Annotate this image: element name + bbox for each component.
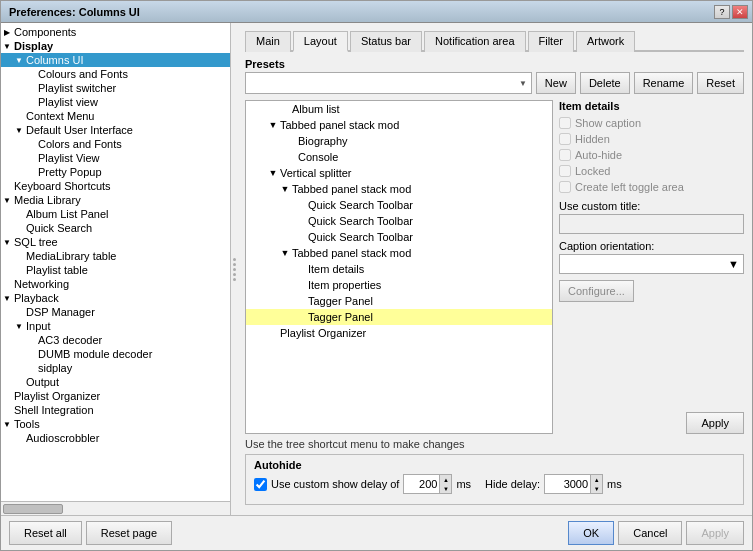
left-tree-item-sidplay[interactable]: sidplay bbox=[1, 361, 230, 375]
layout-item-label: Item details bbox=[308, 263, 364, 275]
left-tree-item-pretty-popup[interactable]: Pretty Popup bbox=[1, 165, 230, 179]
left-tree-item-playlist-view2[interactable]: Playlist View bbox=[1, 151, 230, 165]
tab-notification[interactable]: Notification area bbox=[424, 31, 526, 52]
layout-tree-item-9[interactable]: Quick Search Toolbar bbox=[246, 229, 552, 245]
tab-statusbar[interactable]: Status bar bbox=[350, 31, 422, 52]
left-tree-item-media-library[interactable]: ▼Media Library bbox=[1, 193, 230, 207]
show-caption-row: Show caption bbox=[559, 116, 744, 130]
layout-tree-item-11[interactable]: Item details bbox=[246, 261, 552, 277]
layout-tree-panel[interactable]: Album list▼Tabbed panel stack modBiograp… bbox=[245, 100, 553, 434]
left-tree-item-playlist-table[interactable]: Playlist table bbox=[1, 263, 230, 277]
delay-spin-buttons: ▲ ▼ bbox=[439, 475, 451, 493]
hide-delay-spin-down[interactable]: ▼ bbox=[590, 484, 602, 493]
layout-tree-item-8[interactable]: Quick Search Toolbar bbox=[246, 213, 552, 229]
ok-button[interactable]: OK bbox=[568, 521, 614, 545]
autohide-checkbox[interactable] bbox=[254, 478, 267, 491]
layout-tree-item-3[interactable]: Biography bbox=[246, 133, 552, 149]
locked-checkbox[interactable] bbox=[559, 165, 571, 177]
tree-expander-icon: ▼ bbox=[278, 246, 292, 260]
left-tree-item-album-list[interactable]: Album List Panel bbox=[1, 207, 230, 221]
delay-input[interactable]: 200 bbox=[404, 475, 439, 493]
left-tree-item-dsp-manager[interactable]: DSP Manager bbox=[1, 305, 230, 319]
left-tree-item-playback[interactable]: ▼Playback bbox=[1, 291, 230, 305]
layout-tree-item-13[interactable]: Tagger Panel bbox=[246, 293, 552, 309]
delete-button[interactable]: Delete bbox=[580, 72, 630, 94]
left-tree-item-quick-search[interactable]: Quick Search bbox=[1, 221, 230, 235]
reset-page-button[interactable]: Reset page bbox=[86, 521, 172, 545]
close-button[interactable]: ✕ bbox=[732, 5, 748, 19]
left-tree-item-columns-ui[interactable]: ▼Columns UI bbox=[1, 53, 230, 67]
right-panel: Main Layout Status bar Notification area… bbox=[237, 23, 752, 515]
left-tree-item-display[interactable]: ▼Display bbox=[1, 39, 230, 53]
left-tree-item-shell-integration[interactable]: Shell Integration bbox=[1, 403, 230, 417]
help-button[interactable]: ? bbox=[714, 5, 730, 19]
hide-delay-input[interactable]: 3000 bbox=[545, 475, 590, 493]
left-tree-item-components[interactable]: ▶Components bbox=[1, 25, 230, 39]
layout-tree-item-12[interactable]: Item properties bbox=[246, 277, 552, 293]
left-tree-item-default-ui[interactable]: ▼Default User Interface bbox=[1, 123, 230, 137]
reset-all-button[interactable]: Reset all bbox=[9, 521, 82, 545]
rename-button[interactable]: Rename bbox=[634, 72, 694, 94]
expander-icon bbox=[1, 180, 13, 192]
layout-tree-item-15[interactable]: Playlist Organizer bbox=[246, 325, 552, 341]
layout-tree-item-7[interactable]: Quick Search Toolbar bbox=[246, 197, 552, 213]
caption-orientation-dropdown[interactable]: ▼ bbox=[559, 254, 744, 274]
layout-tree-item-10[interactable]: ▼Tabbed panel stack mod bbox=[246, 245, 552, 261]
configure-button[interactable]: Configure... bbox=[559, 280, 634, 302]
left-tree-item-context-menu[interactable]: Context Menu bbox=[1, 109, 230, 123]
tab-artwork[interactable]: Artwork bbox=[576, 31, 635, 52]
show-caption-checkbox[interactable] bbox=[559, 117, 571, 129]
left-tree-item-playlist-switcher[interactable]: Playlist switcher bbox=[1, 81, 230, 95]
left-tree-item-dumb-module[interactable]: DUMB module decoder bbox=[1, 347, 230, 361]
layout-tree-item-5[interactable]: ▼Vertical splitter bbox=[246, 165, 552, 181]
hidden-checkbox[interactable] bbox=[559, 133, 571, 145]
create-toggle-checkbox[interactable] bbox=[559, 181, 571, 193]
tab-filter[interactable]: Filter bbox=[528, 31, 574, 52]
preset-dropdown[interactable]: ▼ bbox=[245, 72, 532, 94]
left-tree-item-audioscrobbler[interactable]: Audioscrobbler bbox=[1, 431, 230, 445]
tree-expander-icon: ▼ bbox=[278, 182, 292, 196]
scrollbar-thumb[interactable] bbox=[3, 504, 63, 514]
item-details-title: Item details bbox=[559, 100, 744, 112]
layout-item-label: Console bbox=[298, 151, 338, 163]
left-tree-item-medialibrary-table[interactable]: MediaLibrary table bbox=[1, 249, 230, 263]
tab-layout[interactable]: Layout bbox=[293, 31, 348, 52]
left-tree-item-colors-fonts2[interactable]: Colors and Fonts bbox=[1, 137, 230, 151]
layout-tree-item-4[interactable]: Console bbox=[246, 149, 552, 165]
delay-spin-up[interactable]: ▲ bbox=[439, 475, 451, 484]
left-tree-item-tools[interactable]: ▼Tools bbox=[1, 417, 230, 431]
left-tree-item-output[interactable]: Output bbox=[1, 375, 230, 389]
left-tree-item-ac3-decoder[interactable]: AC3 decoder bbox=[1, 333, 230, 347]
tree-item-label: sidplay bbox=[37, 362, 230, 374]
new-button[interactable]: New bbox=[536, 72, 576, 94]
tree-item-label: Playlist Organizer bbox=[13, 390, 230, 402]
horizontal-scrollbar[interactable] bbox=[1, 501, 230, 515]
tree-item-label: Playback bbox=[13, 292, 230, 304]
layout-tree-item-1[interactable]: Album list bbox=[246, 101, 552, 117]
custom-title-input[interactable] bbox=[559, 214, 744, 234]
left-tree-container[interactable]: ▶Components▼Display▼Columns UIColours an… bbox=[1, 23, 230, 501]
left-tree-item-keyboard[interactable]: Keyboard Shortcuts bbox=[1, 179, 230, 193]
layout-tree-item-6[interactable]: ▼Tabbed panel stack mod bbox=[246, 181, 552, 197]
tree-expander-icon bbox=[294, 310, 308, 324]
cancel-button[interactable]: Cancel bbox=[618, 521, 682, 545]
left-tree-item-playlist-organizer[interactable]: Playlist Organizer bbox=[1, 389, 230, 403]
tree-item-label: Tools bbox=[13, 418, 230, 430]
hide-delay-spin-up[interactable]: ▲ bbox=[590, 475, 602, 484]
tab-main[interactable]: Main bbox=[245, 31, 291, 52]
layout-tree-item-14[interactable]: Tagger Panel bbox=[246, 309, 552, 325]
left-tree-item-input[interactable]: ▼Input bbox=[1, 319, 230, 333]
apply-button[interactable]: Apply bbox=[686, 521, 744, 545]
left-tree-item-networking[interactable]: Networking bbox=[1, 277, 230, 291]
main-layout: Album list▼Tabbed panel stack modBiograp… bbox=[245, 100, 744, 434]
apply-inner-button[interactable]: Apply bbox=[686, 412, 744, 434]
delay-spin-down[interactable]: ▼ bbox=[439, 484, 451, 493]
delay-unit: ms bbox=[456, 478, 471, 490]
left-tree-item-playlist-view[interactable]: Playlist view bbox=[1, 95, 230, 109]
reset-button[interactable]: Reset bbox=[697, 72, 744, 94]
layout-tree-item-2[interactable]: ▼Tabbed panel stack mod bbox=[246, 117, 552, 133]
item-details-panel: Item details Show caption Hidden Auto-hi… bbox=[559, 100, 744, 434]
auto-hide-checkbox[interactable] bbox=[559, 149, 571, 161]
left-tree-item-sql-tree[interactable]: ▼SQL tree bbox=[1, 235, 230, 249]
left-tree-item-colours-fonts[interactable]: Colours and Fonts bbox=[1, 67, 230, 81]
